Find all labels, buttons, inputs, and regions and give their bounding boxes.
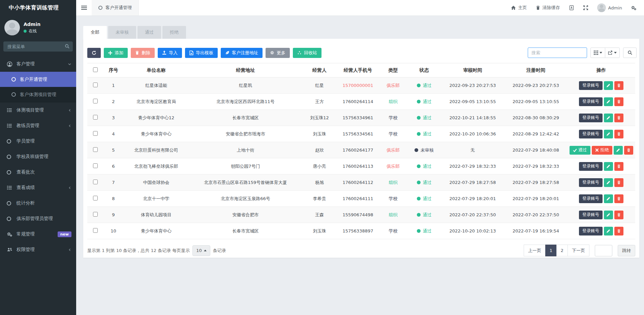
jump-page-input[interactable] — [595, 245, 612, 256]
cell-status: 通过 — [407, 126, 441, 142]
sidebar-search-input[interactable] — [3, 41, 73, 52]
sidebar-item-customer-open-management[interactable]: 客户开通管理 — [0, 72, 76, 87]
row-checkbox[interactable] — [93, 99, 98, 103]
row-delete-button[interactable] — [614, 194, 623, 203]
login-account-button[interactable]: 登录账号 — [579, 97, 603, 106]
cell-audit-time: 2022-07-29 18:27:58 — [441, 175, 504, 191]
login-account-button[interactable]: 登录账号 — [579, 194, 603, 203]
login-account-button[interactable]: 登录账号 — [579, 227, 603, 235]
login-account-button[interactable]: 登录账号 — [579, 81, 603, 90]
cell-type: 学校 — [379, 110, 407, 126]
edit-button[interactable] — [604, 114, 613, 122]
settings-gears-icon[interactable] — [631, 5, 637, 11]
sidebar-item-view-batches[interactable]: 查看批次 — [0, 164, 76, 180]
prev-page-button[interactable]: 上一页 — [524, 245, 546, 256]
import-button[interactable]: 导入 — [158, 48, 182, 58]
cell-status: 未审核 — [407, 142, 441, 158]
table-search-input[interactable] — [528, 48, 587, 58]
sidebar-item-coach-management[interactable]: 教练员管理 — [0, 118, 76, 133]
login-account-button[interactable]: 登录账号 — [579, 178, 603, 187]
recycle-bin-button[interactable]: 回收站 — [293, 48, 321, 58]
page-button-2[interactable]: 2 — [556, 245, 568, 256]
reject-button[interactable]: 拒绝 — [592, 146, 612, 155]
row-checkbox[interactable] — [93, 131, 98, 136]
export-dropdown-button[interactable] — [605, 48, 620, 58]
row-checkbox[interactable] — [93, 83, 98, 87]
select-all-checkbox[interactable] — [93, 67, 98, 72]
edit-button[interactable] — [604, 162, 613, 171]
cell-operator: 王方 — [302, 94, 337, 110]
tab-rejected[interactable]: 拒绝 — [162, 26, 186, 39]
sidebar-item-view-scores[interactable]: 查看成绩 — [0, 180, 76, 195]
login-account-button[interactable]: 登录账号 — [579, 162, 603, 171]
search-button[interactable] — [623, 48, 637, 58]
sidebar-subitem-label: 客户开通管理 — [20, 76, 47, 83]
refresh-button[interactable] — [87, 48, 101, 58]
row-checkbox[interactable] — [93, 115, 98, 120]
table-row: 8 北京十一中学 北京市海淀区玉泉路66号 李希贵 17600264111 学校… — [87, 191, 635, 207]
tab-approved[interactable]: 通过 — [137, 26, 161, 39]
login-account-button[interactable]: 登录账号 — [579, 130, 603, 138]
edit-button[interactable] — [604, 211, 613, 219]
page-button-1[interactable]: 1 — [545, 245, 557, 256]
clear-cache-link[interactable]: 清除缓存 — [536, 5, 560, 11]
columns-dropdown-button[interactable] — [590, 48, 605, 58]
sidebar-item-statistics-analysis[interactable]: 统计分析 — [0, 195, 76, 211]
open-tab-customer-open-management[interactable]: 客户开通管理 — [92, 0, 139, 15]
row-checkbox[interactable] — [93, 180, 98, 184]
customer-register-address-button[interactable]: 客户注册地址 — [221, 48, 263, 58]
edit-button[interactable] — [604, 81, 613, 90]
sidebar-item-permission-management[interactable]: 权限管理 — [0, 242, 76, 257]
edit-button[interactable] — [614, 146, 623, 155]
add-button[interactable]: 添加 — [104, 48, 128, 58]
edit-button[interactable] — [604, 97, 613, 106]
fullscreen-icon[interactable] — [583, 5, 588, 10]
row-checkbox[interactable] — [93, 228, 98, 233]
tab-all[interactable]: 全部 — [83, 26, 107, 39]
row-delete-button[interactable] — [614, 97, 623, 106]
row-delete-button[interactable] — [614, 227, 623, 235]
sidebar-item-general-management[interactable]: 常规管理 new — [0, 226, 76, 242]
edit-button[interactable] — [604, 178, 613, 187]
row-delete-button[interactable] — [624, 146, 633, 155]
sidebar-item-customer-test-project[interactable]: 客户体测项目管理 — [0, 87, 76, 102]
user-menu[interactable]: Admin — [597, 3, 622, 12]
tab-unreviewed[interactable]: 未审核 — [108, 26, 136, 39]
export-template-button[interactable]: 导出模板 — [185, 48, 218, 58]
toolbar: 添加 删除 导入 导出模板 客户注册地址 更多 — [83, 39, 639, 58]
cell-index: 8 — [103, 191, 123, 207]
login-account-button[interactable]: 登录账号 — [579, 114, 603, 122]
row-delete-button[interactable] — [614, 130, 623, 138]
sidebar-item-label: 查看批次 — [17, 169, 71, 175]
row-delete-button[interactable] — [614, 211, 623, 219]
page-size-select[interactable]: 10 — [192, 245, 210, 256]
menu-toggle-icon[interactable] — [76, 0, 92, 15]
approve-button[interactable]: 通过 — [570, 146, 590, 155]
sidebar-item-customer-management[interactable]: 客户管理 — [0, 56, 76, 72]
row-checkbox[interactable] — [93, 163, 98, 168]
sidebar-item-school-class-management[interactable]: 学校及班级管理 — [0, 149, 76, 164]
row-checkbox[interactable] — [93, 212, 98, 217]
row-delete-button[interactable] — [614, 178, 623, 187]
login-account-button[interactable]: 登录账号 — [579, 211, 603, 219]
row-delete-button[interactable] — [614, 114, 623, 122]
next-page-button[interactable]: 下一页 — [568, 245, 589, 256]
language-book-icon[interactable] — [569, 5, 574, 10]
row-checkbox[interactable] — [93, 147, 98, 152]
more-button[interactable]: 更多 — [266, 48, 290, 58]
jump-button[interactable]: 跳转 — [618, 245, 635, 256]
sidebar-item-test-project-management[interactable]: 体测项目管理 — [0, 102, 76, 118]
home-icon — [511, 5, 516, 10]
sidebar-item-club-admin-management[interactable]: 俱乐部管理员管理 — [0, 211, 76, 226]
delete-button[interactable]: 删除 — [131, 48, 155, 58]
grid-icon — [594, 51, 598, 55]
edit-button[interactable] — [604, 227, 613, 235]
row-delete-button[interactable] — [614, 81, 623, 90]
caret-up-icon — [204, 250, 207, 251]
edit-button[interactable] — [604, 194, 613, 203]
row-checkbox[interactable] — [93, 196, 98, 200]
home-link[interactable]: 主页 — [511, 5, 527, 11]
sidebar-item-student-management[interactable]: 学员管理 — [0, 133, 76, 149]
row-delete-button[interactable] — [614, 162, 623, 171]
edit-button[interactable] — [604, 130, 613, 138]
